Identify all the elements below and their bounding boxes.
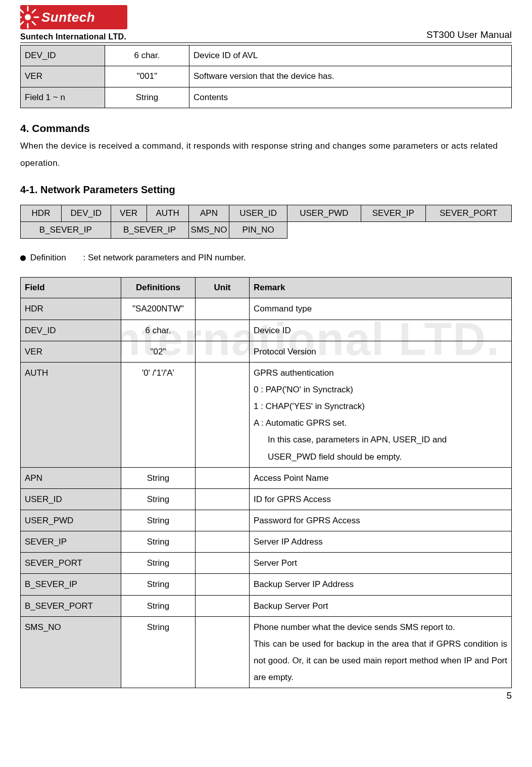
banner-cell: SEVER_PORT — [425, 205, 511, 221]
field-def: 6 char. — [121, 320, 196, 341]
field-remark: Command type — [250, 298, 512, 320]
table-row: B_SEVER_PORTStringBackup Server Port — [21, 595, 512, 616]
sun-rays-icon — [16, 6, 39, 29]
table-row: B_SEVER_IPStringBackup Server IP Address — [21, 574, 512, 595]
field-def: String — [121, 595, 196, 616]
field-name: SEVER_PORT — [21, 553, 121, 574]
field-remark: Phone number what the device sends SMS r… — [250, 616, 512, 688]
svg-line-6 — [32, 22, 35, 25]
field-unit — [196, 298, 250, 320]
field-name: B_SEVER_IP — [21, 574, 121, 595]
table-row: SEVER_PORTStringServer Port — [21, 553, 512, 574]
section-4-paragraph: When the device is received a command, i… — [20, 138, 512, 172]
field-name: B_SEVER_PORT — [21, 595, 121, 616]
field-remark: Password for GPRS Access — [250, 510, 512, 531]
table-row: VER"001"Software version that the device… — [21, 66, 512, 87]
banner-cell: APN — [188, 205, 229, 221]
field-remark: Protocol Version — [250, 341, 512, 362]
summary-table: DEV_ID6 char.Device ID of AVLVER"001"Sof… — [20, 45, 512, 108]
field-def: String — [121, 488, 196, 510]
field-name: HDR — [21, 298, 121, 320]
field-unit — [196, 341, 250, 362]
banner-cell: B_SEVER_IP — [21, 221, 111, 238]
field-def: "02" — [121, 341, 196, 362]
brand-badge: Suntech — [20, 5, 127, 29]
table-row: AUTH'0' /'1'/'A'GPRS authentication0 : P… — [21, 362, 512, 467]
page-number: 5 — [20, 690, 512, 701]
field-unit — [196, 616, 250, 688]
details-table: FieldDefinitionsUnitRemarkHDR"SA200NTW"C… — [20, 277, 512, 688]
field-name: APN — [21, 467, 121, 488]
field-unit — [196, 595, 250, 616]
definition-text: : Set network parameters and PIN number. — [83, 253, 246, 262]
banner-cell: AUTH — [147, 205, 188, 221]
banner-row: HDRDEV_IDVERAUTHAPNUSER_IDUSER_PWDSEVER_… — [21, 205, 512, 221]
banner-cell: SEVER_IP — [361, 205, 425, 221]
field-name: AUTH — [21, 362, 121, 467]
svg-line-8 — [32, 10, 35, 13]
table-row: DEV_ID6 char.Device ID of AVL — [21, 46, 512, 66]
field-name: DEV_ID — [21, 46, 105, 66]
document-title: ST300 User Manual — [426, 29, 512, 40]
banner-cell: HDR — [21, 205, 62, 221]
banner-row: B_SEVER_IPB_SEVER_IPSMS_NOPIN_NO — [21, 221, 512, 238]
banner-cell: SMS_NO — [188, 221, 229, 238]
field-unit — [196, 553, 250, 574]
banner-filler — [287, 221, 511, 238]
col-definitions: Definitions — [121, 278, 196, 298]
banner-cell: USER_ID — [229, 205, 287, 221]
table-header-row: FieldDefinitionsUnitRemark — [21, 278, 512, 298]
table-row: HDR"SA200NTW"Command type — [21, 298, 512, 320]
field-def: "SA200NTW" — [121, 298, 196, 320]
field-remark: Server IP Address — [250, 531, 512, 553]
col-remark: Remark — [250, 278, 512, 298]
field-name: USER_PWD — [21, 510, 121, 531]
field-remark: Backup Server IP Address — [250, 574, 512, 595]
banner-cell: DEV_ID — [62, 205, 111, 221]
field-unit — [196, 574, 250, 595]
field-unit — [196, 488, 250, 510]
col-unit: Unit — [196, 278, 250, 298]
svg-point-0 — [25, 14, 31, 20]
table-row: SMS_NOStringPhone number what the device… — [21, 616, 512, 688]
field-remark: Device ID — [250, 320, 512, 341]
field-def: String — [121, 467, 196, 488]
field-unit — [196, 362, 250, 467]
field-remark: Server Port — [250, 553, 512, 574]
field-name: SEVER_IP — [21, 531, 121, 553]
page-header: Suntech Suntech International LTD. ST300… — [20, 5, 512, 43]
field-unit — [196, 510, 250, 531]
definition-label: Definition — [30, 250, 81, 266]
field-remark: Software version that the device has. — [189, 66, 512, 87]
banner-cell: VER — [111, 205, 147, 221]
definition-line: Definition : Set network parameters and … — [20, 250, 512, 266]
field-name: Field 1 ~ n — [21, 87, 105, 108]
field-def: 6 char. — [105, 46, 189, 66]
svg-line-5 — [20, 10, 23, 13]
field-name: VER — [21, 66, 105, 87]
field-remark: ID for GPRS Access — [250, 488, 512, 510]
field-unit — [196, 467, 250, 488]
table-row: DEV_ID6 char.Device ID — [21, 320, 512, 341]
field-name: SMS_NO — [21, 616, 121, 688]
field-def: "001" — [105, 66, 189, 87]
banner-cell: B_SEVER_IP — [111, 221, 188, 238]
field-remark: Backup Server Port — [250, 595, 512, 616]
field-name: USER_ID — [21, 488, 121, 510]
table-row: USER_PWDStringPassword for GPRS Access — [21, 510, 512, 531]
field-remark: Access Point Name — [250, 467, 512, 488]
banner-cell: USER_PWD — [287, 205, 361, 221]
table-row: APNStringAccess Point Name — [21, 467, 512, 488]
field-def: String — [121, 531, 196, 553]
field-name: VER — [21, 341, 121, 362]
field-def: String — [121, 553, 196, 574]
field-def: String — [121, 510, 196, 531]
field-remark: Device ID of AVL — [189, 46, 512, 66]
table-row: SEVER_IPStringServer IP Address — [21, 531, 512, 553]
fields-banner: HDRDEV_IDVERAUTHAPNUSER_IDUSER_PWDSEVER_… — [20, 205, 512, 239]
brand-name: Suntech — [41, 10, 95, 25]
brand-logo: Suntech Suntech International LTD. — [20, 5, 127, 41]
field-def: '0' /'1'/'A' — [121, 362, 196, 467]
brand-subtitle: Suntech International LTD. — [20, 32, 127, 41]
field-unit — [196, 320, 250, 341]
